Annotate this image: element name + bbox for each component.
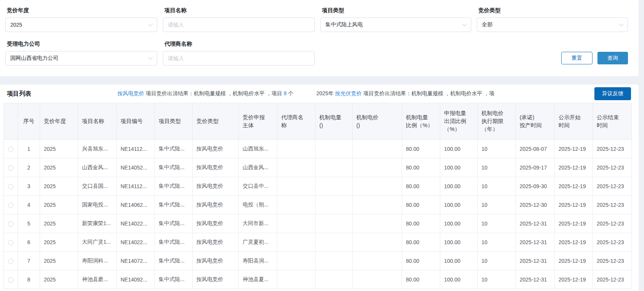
- cell-bid-type: 按风电竞价: [193, 177, 239, 196]
- cell-publicity-start: 2025-12-19: [555, 233, 593, 252]
- header-mechanism-energy-ratio: 机制电量 比例（%）: [402, 103, 440, 140]
- header-project-code: 项目编号: [117, 103, 155, 140]
- cell-price-execution-period: 10: [478, 158, 516, 177]
- cell-mechanism-energy: [316, 177, 353, 196]
- cell-mechanism-energy-ratio: 80.00: [402, 270, 440, 289]
- cell-publicity-start: 2025-12-19: [555, 196, 593, 214]
- cell-project-code: NE14112...: [117, 177, 155, 196]
- power-company-select[interactable]: 国网山西省电力公司: [5, 51, 157, 66]
- search-button[interactable]: 查询: [597, 52, 628, 64]
- cell-bid-year: 2025: [40, 270, 78, 289]
- agent-name-label: 代理商名称: [164, 40, 315, 48]
- cell-project-name: 山西金风...: [78, 158, 117, 177]
- header-bid-subject: 竞价申报 主体: [239, 103, 277, 140]
- cell-project-type: 集中式陆...: [155, 214, 193, 233]
- cell-mechanism-price: [353, 214, 402, 233]
- cell-project-type: 集中式陆...: [155, 140, 193, 158]
- header-project-type: 项目类型: [155, 103, 193, 140]
- cell-publicity-start: 2025-12-19: [555, 214, 593, 233]
- cell-bid-subject: 山西旭东...: [239, 140, 277, 158]
- cell-bid-type: 按风电竞价: [193, 233, 239, 252]
- cell-project-code: NE14022...: [117, 214, 155, 233]
- cell-commissioning-date: 2025-12-31: [516, 233, 555, 252]
- cell-declared-clearing-ratio: 100.00: [440, 158, 478, 177]
- wind-notice-text: 项目竞价出清结果：机制电量规模 ，机制电价水平 ，项目: [144, 90, 284, 96]
- pv-bid-link[interactable]: 按光伏竞价: [335, 90, 362, 96]
- row-radio[interactable]: [8, 184, 13, 189]
- wind-bid-notice: 按风电竞价 项目竞价出清结果：机制电量规模 ，机制电价水平 ，项目 8 个: [118, 90, 293, 97]
- project-name-input[interactable]: [163, 18, 315, 32]
- cell-mechanism-price: [353, 158, 402, 177]
- cell-agent-name: [277, 270, 316, 289]
- cell-bid-year: 2025: [40, 196, 78, 214]
- cell-commissioning-date: 2025-12-30: [516, 196, 555, 214]
- cell-price-execution-period: 10: [478, 177, 516, 196]
- cell-commissioning-date: 2025-12-31: [516, 214, 555, 233]
- row-select-cell: [4, 233, 18, 252]
- field-project-type: 项目类型 集中式陆上风电: [320, 6, 471, 32]
- cell-mechanism-energy-ratio: 80.00: [402, 214, 440, 233]
- row-radio[interactable]: [8, 277, 13, 283]
- table-row: 52025新荣康荣1...NE14022...集中式陆...按风电竞价大同市新.…: [4, 214, 632, 233]
- cell-bid-type: 按风电竞价: [193, 196, 239, 214]
- cell-publicity-end: 2025-12-23: [593, 214, 632, 233]
- cell-price-execution-period: 10: [478, 252, 516, 270]
- header-commissioning-date: (承诺) 投产时间: [516, 103, 555, 140]
- cell-publicity-start: 2025-12-19: [555, 252, 593, 270]
- cell-seq: 6: [18, 233, 40, 252]
- field-project-name: 项目名称: [163, 6, 315, 32]
- cell-seq: 1: [18, 140, 40, 158]
- table-header-row: 序号 竞价年度 项目名称 项目编号 项目类型 竞价类型 竞价申报 主体 代理商名…: [4, 103, 632, 140]
- field-power-company: 受理电力公司 国网山西省电力公司: [5, 40, 157, 66]
- cell-agent-name: [277, 196, 316, 214]
- cell-seq: 3: [18, 177, 40, 196]
- row-select-cell: [4, 252, 18, 270]
- cell-project-type: 集中式陆...: [155, 233, 193, 252]
- agent-name-input[interactable]: [163, 51, 315, 66]
- power-company-value: 国网山西省电力公司: [10, 55, 58, 62]
- row-radio[interactable]: [8, 165, 13, 171]
- row-radio[interactable]: [8, 147, 13, 152]
- cell-mechanism-price: [353, 140, 402, 158]
- cell-bid-subject: 大同市新...: [239, 214, 277, 233]
- reset-button[interactable]: 重置: [561, 52, 592, 64]
- cell-publicity-start: 2025-12-19: [555, 177, 593, 196]
- bid-type-label: 竞价类型: [478, 7, 628, 14]
- cell-publicity-end: 2025-12-23: [593, 233, 632, 252]
- header-publicity-start: 公示开始 时间: [555, 103, 593, 140]
- wind-bid-link[interactable]: 按风电竞价: [118, 90, 144, 96]
- project-type-select[interactable]: 集中式陆上风电: [320, 18, 471, 32]
- row-radio[interactable]: [8, 240, 13, 245]
- cell-seq: 4: [18, 196, 40, 214]
- header-seq: 序号: [18, 103, 40, 140]
- cell-mechanism-energy: [316, 140, 353, 158]
- project-type-value: 集中式陆上风电: [325, 21, 363, 28]
- cell-mechanism-energy-ratio: 80.00: [402, 158, 440, 177]
- cell-publicity-end: 2025-12-23: [593, 140, 632, 158]
- cell-mechanism-price: [353, 177, 402, 196]
- cell-bid-year: 2025: [40, 252, 78, 270]
- header-bid-year: 竞价年度: [40, 103, 78, 140]
- cell-mechanism-price: [353, 233, 402, 252]
- cell-declared-clearing-ratio: 100.00: [440, 270, 478, 289]
- cell-agent-name: [277, 233, 316, 252]
- cell-declared-clearing-ratio: 100.00: [440, 177, 478, 196]
- row-radio[interactable]: [8, 221, 13, 227]
- header-mechanism-energy: 机制电量 (): [316, 103, 353, 140]
- cell-publicity-end: 2025-12-23: [593, 177, 632, 196]
- row-select-cell: [4, 140, 18, 158]
- feedback-button[interactable]: 异议反馈: [594, 87, 631, 100]
- cell-mechanism-energy: [316, 270, 353, 289]
- bid-year-select[interactable]: 2025: [5, 18, 157, 32]
- chevron-down-icon: [148, 55, 153, 60]
- field-bid-type: 竞价类型 全部: [477, 6, 628, 32]
- row-radio[interactable]: [8, 259, 13, 264]
- cell-project-type: 集中式陆...: [155, 177, 193, 196]
- bid-type-select[interactable]: 全部: [477, 18, 628, 32]
- table-row: 32025交口县国...NE14112...集中式陆...按风电竞价交口县中..…: [4, 177, 632, 196]
- row-radio[interactable]: [8, 203, 13, 208]
- cell-bid-subject: 神池县夏...: [239, 270, 277, 289]
- cell-agent-name: [277, 252, 316, 270]
- cell-mechanism-price: [353, 252, 402, 270]
- cell-mechanism-energy-ratio: 80.00: [402, 233, 440, 252]
